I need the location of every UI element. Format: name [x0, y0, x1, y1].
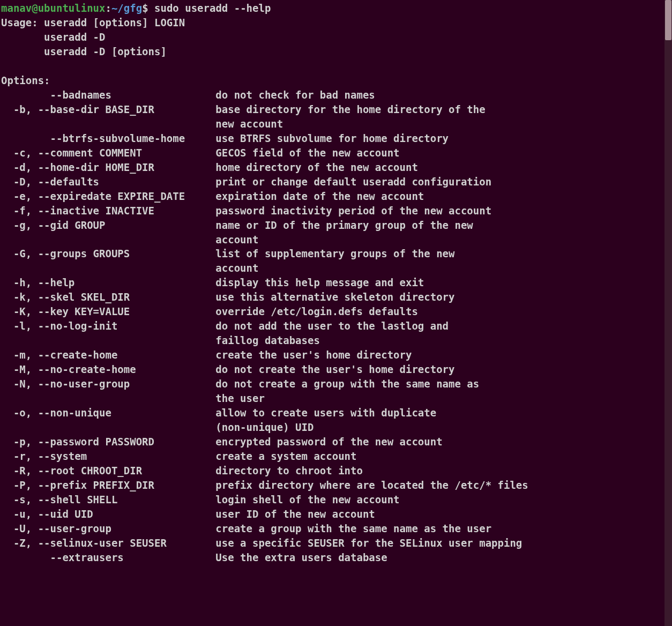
prompt-path: ~/gfg	[111, 2, 142, 14]
command-text: sudo useradd --help	[154, 2, 271, 14]
prompt-colon: :	[105, 2, 111, 14]
command-output: Usage: useradd [options] LOGIN useradd -…	[1, 17, 528, 563]
scrollbar-track[interactable]	[664, 0, 672, 626]
prompt-dollar: $	[142, 2, 154, 14]
scrollbar-thumb[interactable]	[665, 0, 671, 40]
prompt-user-host: manav@ubuntulinux	[1, 2, 105, 14]
terminal-output[interactable]: manav@ubuntulinux:~/gfg$ sudo useradd --…	[0, 0, 672, 566]
